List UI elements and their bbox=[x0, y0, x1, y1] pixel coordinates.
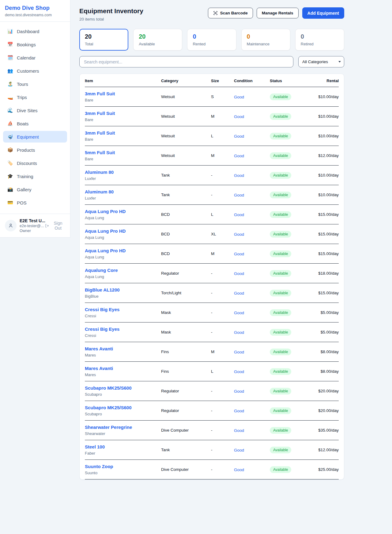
item-name-link[interactable]: Scubapro MK25/S600 bbox=[85, 385, 132, 391]
sidebar-nav-item[interactable]: 📸 Gallery bbox=[3, 184, 67, 195]
status-badge: Available bbox=[270, 447, 291, 453]
search-input[interactable] bbox=[79, 56, 293, 67]
stat-card[interactable]: 0 Retired bbox=[295, 29, 344, 51]
item-brand: Luxfer bbox=[85, 176, 161, 181]
sidebar-nav-item[interactable]: 🏷️ Discounts bbox=[3, 157, 67, 169]
condition-link[interactable]: Good bbox=[234, 350, 244, 354]
stat-label: Rented bbox=[193, 42, 231, 46]
sidebar-nav-item[interactable]: 🤿 Equipment bbox=[3, 131, 67, 143]
sign-out-button[interactable]: Sign Out bbox=[45, 221, 65, 231]
add-equipment-button[interactable]: Add Equipment bbox=[302, 7, 344, 19]
stat-card[interactable]: 20 Total bbox=[79, 29, 128, 51]
table-row: Steel 100 Faber Tank - Good Available $1… bbox=[85, 440, 339, 460]
stat-card[interactable]: 20 Available bbox=[133, 29, 182, 51]
sidebar-nav-item[interactable]: ⛵ Boats bbox=[3, 118, 67, 129]
item-name-link[interactable]: Suunto Zoop bbox=[85, 464, 113, 469]
sidebar-nav-item[interactable]: 📊 Dashboard bbox=[3, 25, 67, 37]
item-name-link[interactable]: Aluminum 80 bbox=[85, 170, 114, 175]
rental-price: $12.00/day bbox=[318, 153, 339, 158]
item-name-link[interactable]: Cressi Big Eyes bbox=[85, 307, 119, 312]
rental-cell: $15.00/day bbox=[316, 291, 339, 295]
category-select[interactable]: All Categories bbox=[298, 56, 344, 67]
item-name-link[interactable]: Steel 100 bbox=[85, 444, 105, 449]
page-header: Equipment Inventory 20 items total Scan … bbox=[79, 7, 344, 21]
sidebar-nav-item[interactable]: 📅 Bookings bbox=[3, 39, 67, 50]
category-cell: Regulator bbox=[161, 271, 211, 276]
sidebar-nav-item[interactable]: 🏝️ Tours bbox=[3, 78, 67, 90]
item-name-link[interactable]: Mares Avanti bbox=[85, 366, 113, 371]
stat-label: Total bbox=[85, 42, 123, 46]
item-cell: 3mm Full Suit Bare bbox=[85, 130, 161, 142]
stat-value: 20 bbox=[85, 33, 123, 40]
nav-item-label: Training bbox=[17, 174, 33, 179]
item-name-link[interactable]: Cressi Big Eyes bbox=[85, 326, 119, 332]
condition-link[interactable]: Good bbox=[234, 114, 244, 119]
sidebar-nav-item[interactable]: 💳 POS bbox=[3, 197, 67, 208]
item-name-link[interactable]: Aqualung Core bbox=[85, 268, 118, 273]
status-badge: Available bbox=[270, 93, 291, 100]
sidebar-nav-item[interactable]: 📦 Products bbox=[3, 144, 67, 156]
scan-barcode-button[interactable]: Scan Barcode bbox=[208, 8, 253, 18]
item-name-link[interactable]: Shearwater Peregrine bbox=[85, 425, 132, 430]
condition-link[interactable]: Good bbox=[234, 193, 244, 197]
condition-link[interactable]: Good bbox=[234, 95, 244, 99]
item-cell: Steel 100 Faber bbox=[85, 444, 161, 456]
condition-link[interactable]: Good bbox=[234, 369, 244, 374]
sidebar-nav-item[interactable]: 👥 Customers bbox=[3, 65, 67, 77]
item-name-link[interactable]: Aqua Lung Pro HD bbox=[85, 209, 126, 214]
condition-link[interactable]: Good bbox=[234, 271, 244, 276]
condition-link[interactable]: Good bbox=[234, 330, 244, 335]
sidebar-nav-item[interactable]: 🌊 Dive Sites bbox=[3, 105, 67, 116]
item-name-link[interactable]: Mares Avanti bbox=[85, 346, 113, 351]
condition-link[interactable]: Good bbox=[234, 173, 244, 178]
category-cell: Tank bbox=[161, 173, 211, 177]
col-header-size: Size bbox=[211, 78, 234, 83]
sidebar-nav-item[interactable]: 🗓️ Calendar bbox=[3, 52, 67, 63]
nav-item-icon: 🚤 bbox=[7, 94, 13, 100]
item-name-link[interactable]: Scubapro MK25/S600 bbox=[85, 405, 132, 410]
item-cell: Mares Avanti Mares bbox=[85, 346, 161, 357]
nav-item-icon: 📅 bbox=[7, 42, 13, 47]
sidebar-nav-item[interactable]: 🚤 Trips bbox=[3, 91, 67, 103]
equipment-table: Item Category Size Condition Status Rent… bbox=[79, 74, 344, 480]
condition-link[interactable]: Good bbox=[234, 252, 244, 256]
condition-link[interactable]: Good bbox=[234, 467, 244, 472]
item-name-link[interactable]: Aluminum 80 bbox=[85, 189, 114, 194]
item-name-link[interactable]: Aqua Lung Pro HD bbox=[85, 228, 126, 234]
condition-cell: Good bbox=[234, 428, 270, 433]
condition-cell: Good bbox=[234, 192, 270, 198]
size-cell: - bbox=[211, 408, 234, 413]
condition-link[interactable]: Good bbox=[234, 409, 244, 413]
rental-cell: $10.00/day bbox=[316, 134, 339, 138]
condition-link[interactable]: Good bbox=[234, 311, 244, 315]
manage-rentals-button[interactable]: Manage Rentals bbox=[257, 8, 299, 18]
item-name-link[interactable]: 3mm Full Suit bbox=[85, 111, 115, 116]
stat-card[interactable]: 0 Rented bbox=[187, 29, 236, 51]
condition-link[interactable]: Good bbox=[234, 212, 244, 217]
item-name-link[interactable]: Aqua Lung Pro HD bbox=[85, 248, 126, 253]
rental-price: $15.00/day bbox=[318, 212, 339, 217]
nav-item-icon: 📸 bbox=[7, 187, 13, 192]
condition-link[interactable]: Good bbox=[234, 134, 244, 139]
rental-price: $10.00/day bbox=[318, 173, 339, 177]
stat-card[interactable]: 0 Maintenance bbox=[241, 29, 290, 51]
rental-cell: $5.00/day bbox=[316, 310, 339, 315]
item-brand: Aqua Lung bbox=[85, 255, 161, 259]
item-cell: Mares Avanti Mares bbox=[85, 366, 161, 377]
condition-link[interactable]: Good bbox=[234, 389, 244, 394]
item-name-link[interactable]: BigBlue AL1200 bbox=[85, 287, 120, 292]
condition-link[interactable]: Good bbox=[234, 448, 244, 452]
condition-link[interactable]: Good bbox=[234, 428, 244, 433]
condition-link[interactable]: Good bbox=[234, 154, 244, 158]
condition-link[interactable]: Good bbox=[234, 232, 244, 237]
status-badge: Available bbox=[270, 388, 291, 395]
rental-price: $15.00/day bbox=[318, 291, 339, 295]
item-name-link[interactable]: 3mm Full Suit bbox=[85, 130, 115, 135]
item-name-link[interactable]: 3mm Full Suit bbox=[85, 91, 115, 96]
item-name-link[interactable]: 5mm Full Suit bbox=[85, 150, 115, 155]
condition-link[interactable]: Good bbox=[234, 291, 244, 296]
sidebar-nav-item[interactable]: 🎓 Training bbox=[3, 170, 67, 182]
size-cell: S bbox=[211, 94, 234, 99]
category-cell: Dive Computer bbox=[161, 467, 211, 472]
condition-cell: Good bbox=[234, 388, 270, 394]
